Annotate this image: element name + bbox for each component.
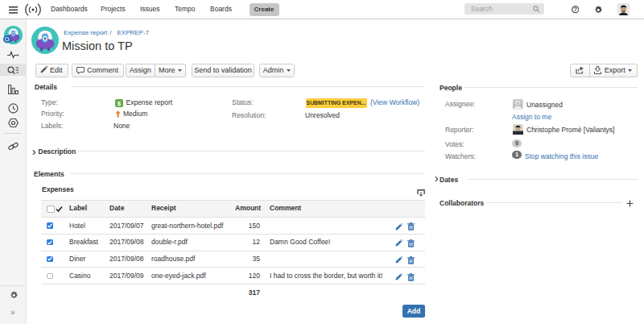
- svg-text:?: ?: [516, 100, 519, 107]
- svg-text:$: $: [117, 100, 121, 107]
- svg-text:?: ?: [573, 6, 576, 12]
